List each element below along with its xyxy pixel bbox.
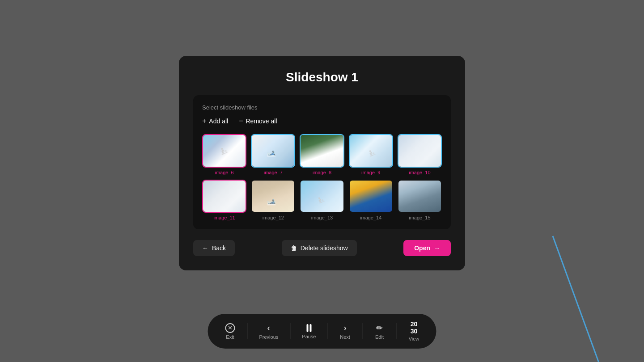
chevron-left-icon: ‹ (267, 323, 271, 333)
pause-label: Pause (302, 334, 316, 339)
trash-icon: 🗑 (291, 244, 297, 252)
remove-all-label: Remove all (246, 118, 277, 125)
image-label-img-11: image_11 (213, 215, 235, 220)
image-inner-img-8 (301, 135, 343, 166)
image-thumb-img-7 (251, 134, 295, 167)
image-thumb-img-8 (300, 134, 344, 167)
image-inner-img-11 (203, 181, 246, 212)
edit-label: Edit (375, 334, 384, 340)
image-label-img-10: image_10 (409, 170, 430, 175)
image-item-img-9[interactable]: image_9 (349, 134, 393, 175)
image-item-img-10[interactable]: image_10 (398, 134, 442, 175)
add-all-button[interactable]: + Add all (202, 117, 228, 125)
image-item-img-8[interactable]: image_8 (300, 134, 344, 175)
view-num2: 30 (411, 328, 418, 335)
image-label-img-7: image_7 (264, 170, 283, 175)
image-label-img-8: image_8 (313, 170, 331, 175)
back-button[interactable]: ← Back (193, 240, 235, 256)
image-label-img-6: image_6 (215, 170, 233, 175)
image-label-img-9: image_9 (361, 170, 380, 175)
image-item-img-11[interactable]: image_11 (202, 180, 246, 220)
image-inner-img-12 (252, 181, 294, 212)
add-all-label: Add all (209, 118, 228, 125)
minus-icon: − (239, 117, 243, 125)
plus-icon: + (202, 117, 206, 125)
image-thumb-img-10 (398, 134, 442, 167)
open-label: Open (414, 244, 430, 252)
exit-icon: ✕ (225, 323, 235, 333)
modal: Slideshow 1 Select slideshow files + Add… (179, 56, 465, 270)
view-numbers: 20 30 (411, 321, 418, 335)
toolbar-divider-3 (328, 323, 328, 339)
delete-label: Delete slideshow (301, 244, 348, 252)
image-item-img-7[interactable]: image_7 (251, 134, 295, 175)
image-label-img-13: image_13 (311, 215, 333, 220)
panel-label: Select slideshow files (202, 104, 442, 111)
view-num1: 20 (411, 321, 418, 328)
image-label-img-14: image_14 (360, 215, 381, 220)
next-label: Next (340, 334, 350, 340)
file-panel: Select slideshow files + Add all − Remov… (193, 95, 451, 229)
back-arrow-icon: ← (202, 244, 208, 252)
image-label-img-12: image_12 (263, 215, 284, 220)
image-item-img-12[interactable]: image_12 (251, 180, 295, 220)
pencil-icon: ✏ (376, 323, 383, 333)
chevron-right-icon: › (343, 323, 347, 333)
view-label: View (409, 336, 419, 341)
image-thumb-img-9 (349, 134, 393, 167)
image-label-img-15: image_15 (409, 215, 430, 220)
image-item-img-6[interactable]: image_6 (202, 134, 246, 175)
image-grid: image_6image_7image_8image_9image_10imag… (202, 134, 442, 220)
view-toolbar-item[interactable]: 20 30 View (402, 318, 426, 344)
panel-actions: + Add all − Remove all (202, 117, 442, 125)
modal-overlay: Slideshow 1 Select slideshow files + Add… (0, 0, 644, 362)
toolbar-divider-1 (247, 323, 248, 339)
toolbar-divider-5 (397, 323, 397, 339)
image-inner-img-6 (203, 135, 246, 166)
image-thumb-img-15 (398, 180, 442, 213)
image-thumb-img-13 (300, 180, 344, 213)
image-inner-img-15 (398, 181, 441, 212)
exit-label: Exit (226, 334, 234, 340)
image-item-img-14[interactable]: image_14 (349, 180, 393, 220)
image-thumb-img-14 (349, 180, 393, 213)
open-button[interactable]: Open → (403, 240, 451, 256)
edit-toolbar-item[interactable]: ✏ Edit (368, 320, 391, 342)
remove-all-button[interactable]: − Remove all (239, 117, 277, 125)
open-arrow-icon: → (434, 244, 440, 252)
pause-icon (306, 324, 311, 333)
image-inner-img-7 (252, 135, 294, 166)
toolbar-divider-4 (362, 323, 363, 339)
image-item-img-15[interactable]: image_15 (398, 180, 442, 220)
exit-toolbar-item[interactable]: ✕ Exit (219, 320, 242, 342)
modal-footer: ← Back 🗑 Delete slideshow Open → (193, 240, 451, 256)
image-thumb-img-11 (202, 180, 246, 213)
previous-toolbar-item[interactable]: ‹ Previous (253, 320, 285, 342)
image-inner-img-10 (398, 135, 441, 166)
pause-toolbar-item[interactable]: Pause (296, 321, 322, 342)
back-label: Back (212, 244, 226, 252)
modal-title: Slideshow 1 (193, 70, 451, 84)
image-thumb-img-6 (202, 134, 246, 167)
next-toolbar-item[interactable]: › Next (334, 320, 357, 342)
image-inner-img-13 (301, 181, 343, 212)
delete-button[interactable]: 🗑 Delete slideshow (282, 240, 357, 256)
previous-label: Previous (259, 334, 279, 340)
image-inner-img-14 (350, 181, 392, 212)
image-inner-img-9 (350, 135, 392, 166)
image-item-img-13[interactable]: image_13 (300, 180, 344, 220)
bottom-toolbar: ✕ Exit ‹ Previous Pause › Next ✏ Edit 20… (208, 314, 436, 349)
toolbar-divider-2 (290, 323, 290, 339)
image-thumb-img-12 (251, 180, 295, 213)
